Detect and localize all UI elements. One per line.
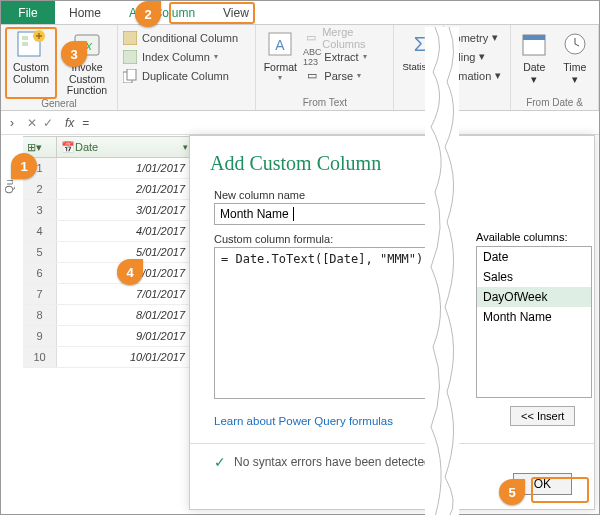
svg-rect-7 — [123, 50, 137, 64]
row-number: 8 — [23, 305, 57, 325]
row-number: 2 — [23, 179, 57, 199]
cell-date[interactable]: 2/01/2017 — [57, 179, 193, 199]
svg-text:A: A — [276, 37, 286, 53]
cell-date[interactable]: 4/01/2017 — [57, 221, 193, 241]
available-columns-label: Available columns: — [476, 231, 568, 243]
format-button[interactable]: A Format▾ — [260, 28, 300, 85]
formula-input[interactable]: = Date.ToText([Date], "MMM") — [214, 247, 444, 399]
group-from-date: From Date & — [515, 96, 594, 108]
index-column-button[interactable]: Index Column ▾ — [122, 47, 251, 66]
status-text: No syntax errors have been detected. — [234, 455, 434, 469]
svg-rect-14 — [523, 35, 545, 40]
cell-date[interactable]: 7/01/2017 — [57, 284, 193, 304]
svg-rect-9 — [127, 69, 136, 80]
left-pane-toggle[interactable]: › — [1, 116, 23, 130]
tab-view[interactable]: View — [209, 1, 263, 24]
group-general: General — [5, 97, 113, 109]
formula-bar-input[interactable]: = — [82, 116, 89, 130]
svg-rect-1 — [22, 36, 28, 40]
available-column-item[interactable]: Sales — [477, 267, 591, 287]
row-number: 9 — [23, 326, 57, 346]
merge-columns-button: ▭Merge Columns — [304, 28, 389, 47]
row-number: 7 — [23, 284, 57, 304]
conditional-column-button[interactable]: Conditional Column — [122, 28, 251, 47]
svg-rect-6 — [123, 31, 137, 45]
extract-icon: ABC123 — [304, 49, 320, 65]
fx-icon[interactable]: fx — [57, 116, 82, 130]
callout-2: 2 — [135, 1, 161, 27]
tab-file[interactable]: File — [1, 1, 55, 24]
new-column-name-input[interactable]: Month Name — [214, 203, 444, 225]
row-number: 4 — [23, 221, 57, 241]
group-from-text: From Text — [260, 96, 389, 108]
new-column-name-label: New column name — [214, 189, 580, 201]
conditional-icon — [122, 30, 138, 46]
cell-date[interactable]: 9/01/2017 — [57, 326, 193, 346]
check-icon: ✓ — [214, 454, 226, 470]
insert-button[interactable]: << Insert — [510, 406, 575, 426]
add-custom-column-dialog: Add Custom Column New column name Month … — [189, 135, 595, 510]
cell-date[interactable]: 10/01/2017 — [57, 347, 193, 367]
available-column-item[interactable]: Date — [477, 247, 591, 267]
parse-icon: ▭ — [304, 68, 320, 84]
callout-4: 4 — [117, 259, 143, 285]
available-column-item[interactable]: DayOfWeek — [477, 287, 591, 307]
cell-date[interactable]: 8/01/2017 — [57, 305, 193, 325]
callout-3: 3 — [61, 41, 87, 67]
row-number: 5 — [23, 242, 57, 262]
duplicate-icon — [122, 68, 138, 84]
parse-button[interactable]: ▭Parse ▾ — [304, 66, 389, 85]
accept-formula-icon[interactable]: ✓ — [43, 116, 53, 130]
available-columns-list[interactable]: DateSalesDayOfWeekMonth Name — [476, 246, 592, 398]
tab-home[interactable]: Home — [55, 1, 115, 24]
time-button[interactable]: Time▾ — [556, 28, 595, 85]
callout-1: 1 — [11, 153, 37, 179]
cancel-formula-icon[interactable]: ✕ — [27, 116, 37, 130]
index-icon — [122, 49, 138, 65]
row-number: 10 — [23, 347, 57, 367]
time-icon — [559, 28, 591, 60]
learn-link[interactable]: Learn about Power Query formulas — [214, 415, 393, 427]
custom-column-icon — [15, 28, 47, 60]
custom-column-button[interactable]: Custom Column — [5, 28, 57, 97]
tab-add-column[interactable]: Add Column — [115, 1, 209, 24]
callout-5: 5 — [499, 479, 525, 505]
merge-icon: ▭ — [304, 30, 318, 46]
format-icon: A — [264, 28, 296, 60]
date-button[interactable]: Date▾ — [515, 28, 554, 85]
available-column-item[interactable]: Month Name — [477, 307, 591, 327]
date-icon — [518, 28, 550, 60]
row-number: 3 — [23, 200, 57, 220]
dialog-title: Add Custom Column — [210, 152, 580, 175]
queries-pane-tab[interactable]: Qu — [3, 179, 15, 194]
extract-button[interactable]: ABC123Extract ▾ — [304, 47, 389, 66]
svg-rect-2 — [22, 42, 28, 46]
cell-date[interactable]: 1/01/2017 — [57, 158, 193, 178]
row-number: 6 — [23, 263, 57, 283]
cell-date[interactable]: 3/01/2017 — [57, 200, 193, 220]
duplicate-column-button[interactable]: Duplicate Column — [122, 66, 251, 85]
column-header-date[interactable]: 📅 Date ▾ — [57, 137, 193, 157]
